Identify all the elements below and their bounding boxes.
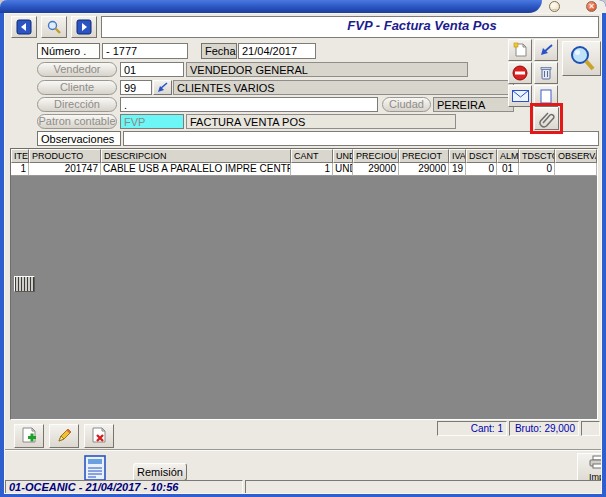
grid-row[interactable]: 1 201747 CABLE USB A PARALELO IMPRE CENT… [11, 163, 597, 176]
envelope-icon [512, 90, 529, 102]
numero-prefix: - [106, 45, 110, 57]
remision-button[interactable]: Remisión [133, 463, 187, 481]
invoice-document-icon [83, 454, 109, 482]
grid-cell-dsct: 0 [466, 163, 497, 176]
ciudad-display: PEREIRA [433, 97, 514, 112]
previous-record-icon [16, 19, 32, 35]
search-record-button[interactable] [41, 16, 67, 38]
vendedor-name-display: VENDEDOR GENERAL [186, 62, 468, 77]
window-body: FVP - Factura Venta Pos Número . - 1777 … [4, 13, 602, 494]
grid-header-cell[interactable]: ALM [497, 149, 519, 163]
close-button[interactable]: ✕ [586, 1, 597, 12]
items-grid: ITE PRODUCTO DESCRIPCION CANT UND PRECIO… [10, 148, 598, 420]
diagonal-arrow-icon [538, 43, 554, 57]
total-cant: Cant: 1 [437, 421, 507, 436]
patron-name-display: FACTURA VENTA POS [186, 114, 456, 129]
pencil-icon [55, 427, 73, 445]
grid-header-cell[interactable]: IVA [449, 149, 466, 163]
numero-label: Número . [37, 43, 100, 59]
grid-cell-ite: 1 [11, 163, 29, 176]
previous-record-button[interactable] [11, 16, 37, 38]
cliente-button[interactable]: Cliente [37, 80, 117, 95]
grid-cell-producto: 201747 [29, 163, 101, 176]
add-row-icon [20, 427, 38, 445]
printer-icon [589, 455, 602, 469]
record-nav-input[interactable]: FVP - Factura Venta Pos [101, 16, 599, 38]
delete-row-icon [90, 427, 108, 445]
ciudad-button[interactable]: Ciudad [382, 97, 431, 112]
patron-code-field[interactable]: FVP [120, 114, 184, 129]
next-record-button[interactable] [71, 16, 97, 38]
grid-header-row: ITE PRODUCTO DESCRIPCION CANT UND PRECIO… [11, 149, 597, 163]
observaciones-label: Observaciones [37, 131, 121, 146]
grid-cell-cant: 1 [291, 163, 333, 176]
new-document-button[interactable] [508, 39, 532, 61]
footer-divider [5, 449, 602, 451]
app-window: _ ✕ FVP - Factura Venta Pos Número . - 1… [0, 0, 606, 497]
grid-header-cell[interactable]: DESCRIPCION [101, 149, 291, 163]
window-titlebar: _ ✕ [0, 0, 606, 13]
grid-cell-preciou: 29000 [353, 163, 399, 176]
cliente-name-display: CLIENTES VARIOS [173, 80, 514, 95]
vendedor-code-field[interactable]: 01 [120, 62, 184, 77]
grid-header-cell[interactable]: PRODUCTO [29, 149, 101, 163]
invoice-document-button[interactable] [81, 453, 111, 483]
numero-field[interactable]: - 1777 [102, 43, 188, 59]
email-button[interactable] [508, 85, 532, 107]
lookup-arrow-icon [156, 82, 169, 93]
cliente-lookup-button[interactable] [153, 80, 172, 95]
grid-header-cell[interactable]: CANT [291, 149, 333, 163]
fecha-field[interactable]: 21/04/2017 [238, 43, 316, 59]
statusbar-company-panel: 01-OCEANIC - 21/04/2017 - 10:56 [5, 480, 243, 494]
search-icon [46, 19, 62, 35]
paperclip-icon [538, 110, 556, 128]
total-bruto: Bruto: 29,000 [509, 421, 579, 436]
fecha-label: Fecha [201, 43, 237, 59]
grid-cell-tdscto: 0 [519, 163, 555, 176]
direccion-field[interactable]: . [120, 97, 378, 112]
grid-cell-observacion [555, 163, 597, 176]
add-row-button[interactable] [14, 424, 44, 448]
no-entry-icon [512, 65, 528, 81]
direccion-button[interactable]: Dirección [37, 97, 117, 112]
grid-cell-und: UND [333, 163, 353, 176]
total-spacer-box [581, 421, 600, 436]
patron-contable-button[interactable]: Patron contable [37, 114, 117, 129]
cancel-document-button[interactable] [508, 62, 532, 84]
vendedor-button[interactable]: Vendedor [37, 62, 117, 77]
page-title: FVP - Factura Venta Pos [252, 20, 592, 32]
delete-row-button[interactable] [84, 424, 114, 448]
new-document-icon [513, 42, 528, 58]
numero-value: 1777 [113, 45, 137, 57]
delete-document-button[interactable] [534, 62, 558, 84]
titlebar-band [0, 0, 542, 13]
statusbar-empty-panel [245, 480, 602, 494]
grid-header-cell[interactable]: OBSERVACION [555, 149, 597, 163]
grid-cell-preciot: 29000 [399, 163, 449, 176]
minimize-button[interactable]: _ [549, 1, 560, 12]
observaciones-field[interactable] [123, 131, 599, 146]
grid-header-cell[interactable]: PRECIOT [399, 149, 449, 163]
edit-row-button[interactable] [49, 424, 79, 448]
grid-header-cell[interactable]: UND [333, 149, 353, 163]
attachment-button[interactable] [534, 107, 559, 130]
grid-header-cell[interactable]: TDSCTO [519, 149, 555, 163]
barcode-icon [14, 276, 35, 292]
search-document-button[interactable] [562, 41, 601, 76]
blank-page-icon [540, 89, 552, 104]
grid-cell-iva: 19 [449, 163, 466, 176]
trash-icon [539, 65, 553, 81]
grid-header-cell[interactable]: ITE [11, 149, 29, 163]
grid-header-cell[interactable]: DSCT [466, 149, 497, 163]
send-arrow-button[interactable] [534, 39, 558, 61]
grid-cell-alm: 01 [497, 163, 519, 176]
grid-header-cell[interactable]: PRECIOU [353, 149, 399, 163]
big-magnifier-icon [567, 44, 597, 73]
cliente-code-field[interactable]: 99 [120, 80, 152, 95]
next-record-icon [76, 19, 92, 35]
grid-cell-descripcion: CABLE USB A PARALELO IMPRE CENTRONI [101, 163, 291, 176]
